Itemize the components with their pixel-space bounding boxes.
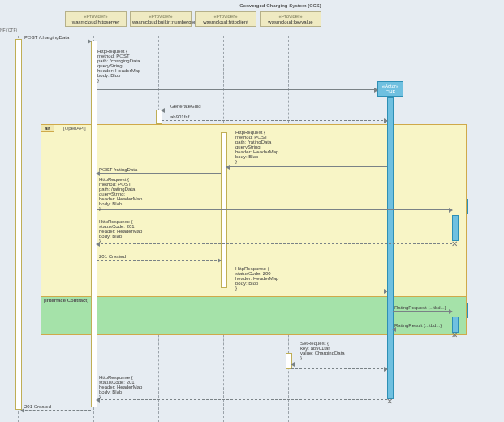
alt-tag: alt [41, 124, 54, 132]
arrow-return [226, 291, 387, 291]
msg-httprequest-rating-2: HttpRequest { method: POST path: /rating… [99, 177, 142, 211]
msg-post-chargingdata: POST /chargingData [24, 35, 69, 40]
msg-guid: ab901faf [170, 114, 189, 119]
ifc-guard: [Interface Contract] [44, 298, 88, 303]
activation-keyvalue [286, 353, 292, 369]
arrow-return [162, 120, 387, 121]
activation-httpserver-a [91, 41, 97, 407]
external-actor: NF (CTF) [0, 28, 17, 32]
msg-generateguid: GenerateGuid [170, 104, 201, 109]
arrow [97, 209, 452, 210]
arrow [226, 166, 387, 167]
msg-201-created: 201 Created [99, 254, 126, 259]
msg-httpresponse-201b: HttpResponse { statusCode: 201 header: H… [99, 375, 142, 399]
activation-rf1 [452, 215, 459, 241]
arrow [393, 311, 452, 312]
participant-httpserver: «Provider»wasmcloud:httpserver [65, 11, 127, 27]
participant-numbergen: «Provider»wasmcloud:builtin:numbergen [130, 11, 192, 27]
arrow-return [393, 329, 452, 329]
msg-201-created-final: 201 Created [24, 404, 51, 409]
arrow-return [97, 243, 452, 244]
sequence-diagram: { "system_title": "Converged Charging Sy… [0, 0, 504, 422]
arrow [291, 364, 387, 364]
arrow [97, 173, 221, 174]
system-title: Converged Charging System (CCS) [65, 3, 496, 8]
arrow [21, 41, 91, 41]
arrow-return [291, 368, 387, 369]
actor-chf: «Actor»CHF [377, 81, 403, 97]
arrow-return [21, 410, 91, 411]
activation-httpclient [221, 132, 227, 288]
msg-httprequest-rating-1: HttpRequest { method: POST path: /rating… [235, 130, 278, 164]
msg-ratingrequest: RatingRequest {...tbd...} [394, 305, 446, 310]
arrow [97, 89, 377, 90]
participant-keyvalue: «Provider»wasmcloud:keyvalue [260, 11, 321, 27]
msg-httpresponse-200: HttpResponse { statusCode: 200 header: H… [235, 266, 278, 291]
destroy-icon: ✕ [450, 240, 459, 248]
msg-setrequest: SetRequest { key: ab901faf value: Chargi… [300, 341, 345, 360]
arrow [162, 110, 387, 110]
activation-nf [15, 39, 22, 410]
msg-httprequest-charging: HttpRequest { method: POST path: /chargi… [97, 49, 140, 83]
arrow-return [97, 260, 221, 261]
participant-httpclient: «Provider»wasmcloud:httpclient [195, 11, 256, 27]
msg-post-ratingdata: POST /ratingData [99, 167, 137, 172]
msg-ratingresult: RatingResult {...tbd...} [394, 323, 442, 328]
activation-chf [387, 97, 394, 399]
alt-guard: [OpenAPI] [63, 126, 86, 131]
msg-httpresponse-201: HttpResponse { statusCode: 201 header: H… [99, 219, 142, 243]
arrow-return [97, 399, 387, 400]
destroy-icon: ✕ [450, 331, 459, 339]
